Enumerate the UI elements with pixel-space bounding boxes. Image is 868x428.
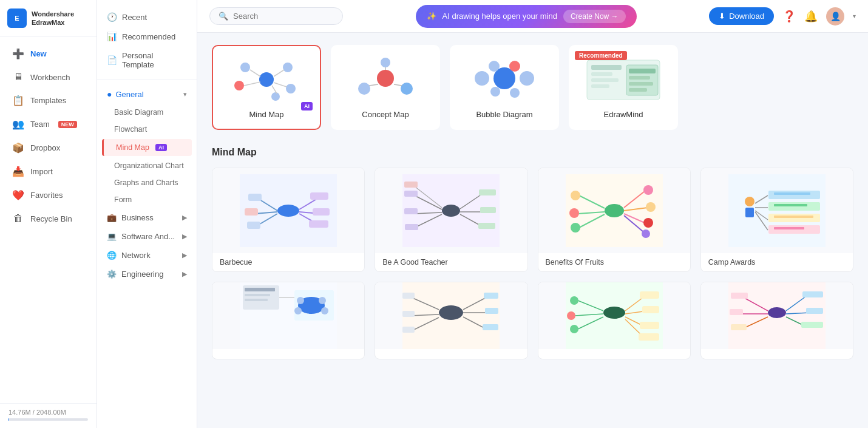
left-sidebar: E Wondershare EdrawMax ➕ New 🖥 Workbench… — [0, 0, 97, 428]
sec-org-chart[interactable]: Organizational Chart — [97, 157, 197, 174]
svg-rect-121 — [483, 324, 498, 330]
svg-rect-99 — [245, 294, 270, 296]
svg-line-10 — [272, 86, 277, 93]
svg-rect-44 — [245, 208, 258, 216]
svg-point-132 — [567, 311, 575, 320]
team-icon: 👥 — [12, 118, 24, 130]
svg-rect-117 — [402, 311, 415, 317]
sec-form[interactable]: Form — [97, 191, 197, 208]
svg-rect-149 — [802, 291, 823, 297]
storage-bar — [8, 418, 88, 421]
template-card-5[interactable] — [212, 282, 365, 359]
workbench-icon: 🖥 — [12, 72, 24, 83]
svg-rect-137 — [639, 333, 659, 341]
type-card-concept-map[interactable]: Concept Map — [331, 45, 440, 130]
business-icon: 💼 — [107, 213, 117, 222]
svg-line-17 — [394, 84, 402, 86]
svg-line-6 — [250, 70, 260, 76]
sec-flowchart[interactable]: Flowchart — [97, 121, 197, 138]
svg-point-78 — [646, 202, 656, 212]
template5-label — [212, 349, 364, 359]
svg-rect-26 — [591, 65, 622, 70]
search-input[interactable] — [233, 12, 324, 21]
search-box[interactable]: 🔍 — [209, 7, 343, 25]
notification-button[interactable]: 🔔 — [804, 10, 818, 23]
template-card-7[interactable] — [538, 282, 691, 359]
network-icon: 🌐 — [107, 251, 117, 260]
good-teacher-thumb — [375, 168, 527, 253]
sec-basic-diagram[interactable]: Basic Diagram — [97, 104, 197, 121]
fruits-thumb — [538, 168, 690, 253]
svg-rect-33 — [629, 82, 653, 86]
chevron-avatar-icon: ▾ — [853, 13, 856, 19]
category-software[interactable]: 💻 Software And... ▶ — [97, 227, 197, 246]
sidebar-item-team[interactable]: 👥 Team NEW — [4, 113, 93, 135]
sec-recent[interactable]: 🕐 Recent — [97, 7, 197, 27]
concept-map-preview — [342, 55, 429, 104]
svg-rect-93 — [774, 204, 807, 206]
svg-rect-98 — [245, 288, 275, 291]
sidebar-item-favorites[interactable]: ❤️ Favorites — [4, 184, 93, 206]
barbecue-label: Barbecue — [212, 253, 364, 271]
svg-rect-60 — [479, 189, 496, 195]
sec-recommended[interactable]: 📊 Recommended — [97, 27, 197, 46]
svg-rect-31 — [629, 69, 656, 73]
storage-fill — [8, 418, 9, 421]
svg-rect-48 — [309, 220, 328, 228]
category-business[interactable]: 💼 Business ▶ — [97, 208, 197, 227]
sidebar-item-templates[interactable]: 📋 Templates — [4, 89, 93, 112]
sidebar-item-dropbox[interactable]: 📦 Dropbox — [4, 137, 93, 159]
svg-point-50 — [442, 205, 460, 217]
svg-point-11 — [377, 70, 394, 87]
svg-point-82 — [745, 197, 754, 206]
sidebar-item-new[interactable]: ➕ New — [4, 42, 93, 65]
template-card-fruits[interactable]: Benefits Of Fruits — [538, 168, 691, 272]
type-card-bubble-diagram[interactable]: Bubble Diagram — [450, 45, 559, 130]
sidebar-item-recycle-bin[interactable]: 🗑 Recycle Bin — [4, 208, 93, 229]
help-button[interactable]: ❓ — [782, 10, 796, 23]
template-card-8[interactable] — [700, 282, 853, 359]
ai-create-now-button[interactable]: Create Now → — [563, 10, 626, 23]
topbar-right: ⬇ Download ❓ 🔔 👤 ▾ — [709, 7, 856, 25]
svg-point-79 — [643, 218, 653, 228]
template-card-6[interactable] — [375, 282, 527, 359]
type-card-mind-map-label: Mind Map — [249, 110, 283, 119]
svg-point-75 — [569, 208, 579, 218]
template-card-good-teacher[interactable]: Be A Good Teacher — [375, 168, 527, 272]
camp-thumb — [701, 168, 853, 253]
bubble-diagram-preview — [461, 55, 548, 104]
sidebar-divider — [97, 79, 197, 80]
svg-rect-100 — [245, 299, 268, 301]
category-network[interactable]: 🌐 Network ▶ — [97, 246, 197, 265]
plus-icon: ➕ — [12, 48, 24, 59]
svg-point-23 — [490, 87, 500, 97]
sec-mind-map[interactable]: Mind Map AI — [102, 139, 192, 156]
type-card-bubble-label: Bubble Diagram — [476, 110, 532, 119]
sec-personal-template[interactable]: 📄 Personal Template — [97, 46, 197, 74]
good-teacher-label: Be A Good Teacher — [375, 253, 527, 271]
favorites-icon: ❤️ — [12, 189, 24, 201]
svg-rect-27 — [591, 72, 612, 76]
svg-point-139 — [768, 307, 786, 318]
svg-line-16 — [369, 84, 378, 86]
category-general[interactable]: ● General ▾ — [97, 84, 197, 104]
download-button[interactable]: ⬇ Download — [709, 7, 774, 25]
topbar: 🔍 ✨ AI drawing helps open your mind Crea… — [197, 0, 868, 33]
type-card-edrawmind[interactable]: Recommended EdrawMind — [569, 45, 678, 130]
template-card-barbecue[interactable]: Barbecue — [212, 168, 365, 272]
svg-point-74 — [571, 191, 580, 200]
avatar[interactable]: 👤 — [826, 7, 844, 25]
svg-rect-116 — [402, 293, 415, 299]
svg-point-14 — [381, 58, 390, 67]
category-engineering[interactable]: ⚙️ Engineering ▶ — [97, 265, 197, 284]
svg-rect-151 — [801, 322, 823, 328]
sec-graphs[interactable]: Graphs and Charts — [97, 174, 197, 191]
personal-template-icon: 📄 — [107, 55, 117, 65]
sidebar-item-workbench[interactable]: 🖥 Workbench — [4, 66, 93, 88]
svg-rect-147 — [730, 309, 743, 315]
template-card-camp[interactable]: Camp Awards — [700, 168, 853, 272]
type-card-mind-map[interactable]: AI Mind Map — [212, 45, 321, 130]
svg-point-106 — [294, 307, 302, 314]
svg-point-13 — [401, 83, 413, 95]
sidebar-item-import[interactable]: 📥 Import — [4, 160, 93, 183]
